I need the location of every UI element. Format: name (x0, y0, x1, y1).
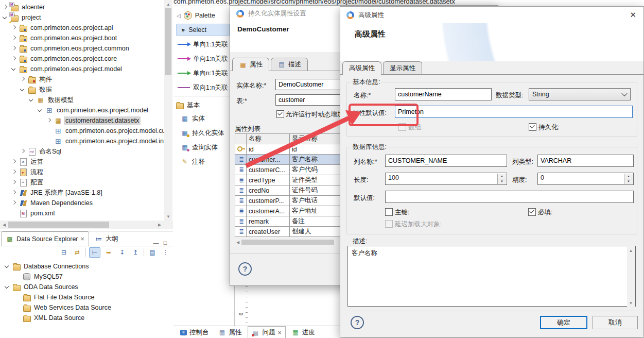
tab-entity-properties[interactable]: ▦ 属性 (232, 58, 269, 71)
expander-icon[interactable] (2, 14, 9, 21)
name-input[interactable] (395, 88, 492, 100)
expander-icon[interactable] (4, 263, 11, 270)
cancel-button[interactable]: 取消 (593, 316, 638, 329)
tree-item[interactable]: afcenter (2, 2, 46, 12)
tree-item[interactable]: 构件 (20, 74, 54, 84)
property-name-cell[interactable]: credType (247, 175, 290, 185)
maximize-icon[interactable]: □ (161, 240, 170, 246)
property-name-cell[interactable]: credNo (247, 185, 290, 196)
property-name-cell[interactable]: customerP... (247, 196, 290, 206)
tree-item[interactable]: JRE 系统库 [JavaSE-1.8] (11, 188, 104, 198)
expander-icon[interactable] (11, 168, 18, 176)
persistent-checkbox[interactable] (529, 123, 536, 131)
tab-advanced-properties[interactable]: 高级属性 (342, 61, 381, 75)
table-row[interactable]: ≣credNo证件号码 (235, 185, 353, 196)
tab-data-source-explorer[interactable]: ▩ Data Source Explorer × (1, 231, 89, 246)
datatype-combo[interactable]: String (529, 88, 631, 100)
description-scrollbar[interactable]: ▲ ▼ (627, 247, 635, 307)
entity-table-input[interactable] (275, 94, 350, 106)
tree-item[interactable]: project (2, 12, 43, 23)
help-icon[interactable]: ? (351, 316, 364, 329)
column-name-input[interactable] (385, 155, 507, 167)
tree-item[interactable]: ≡配置 (11, 177, 45, 188)
refresh-icon[interactable]: ⇄ (72, 249, 82, 256)
close-icon[interactable]: × (81, 235, 84, 243)
expander-icon[interactable] (11, 35, 18, 42)
close-icon[interactable]: ✕ (630, 10, 636, 20)
tree-item[interactable]: MySQL57 (14, 272, 64, 282)
column-type-input[interactable] (537, 155, 634, 167)
tree-item[interactable]: x运算 (11, 157, 45, 167)
tab-entity-description[interactable]: ▤ 描述 (271, 58, 308, 71)
palette-tool[interactable]: ▦持久化实体 (181, 127, 224, 139)
expander-icon[interactable] (11, 24, 18, 31)
view-tab-问题[interactable]: ▦问题× (248, 326, 286, 338)
expander-icon[interactable] (20, 76, 26, 83)
tab-outline[interactable]: ≔ 大纲 (90, 231, 123, 246)
property-table-hscrollbar[interactable]: ◀ (235, 239, 353, 246)
expander-icon[interactable] (11, 199, 18, 207)
palette-tool[interactable]: ✎注释 (181, 156, 205, 168)
tree-item[interactable]: Database Connections (4, 261, 90, 272)
table-row[interactable]: ≣remark备注 (235, 216, 353, 227)
entity-name-input[interactable] (275, 79, 350, 90)
tree-item[interactable]: ▸流程 (11, 167, 45, 177)
palette-tool[interactable]: ▦实体 (181, 112, 205, 125)
stepper-arrows-icon[interactable]: ▲▼ (624, 174, 633, 184)
expander-icon[interactable] (4, 283, 11, 291)
expander-icon[interactable] (28, 96, 35, 104)
project-explorer-hscrollbar[interactable]: ◀ ▶ (0, 221, 173, 229)
property-name-cell[interactable]: customerC... (247, 165, 290, 175)
tree-item[interactable]: com.primeton.eos.project.api (11, 23, 115, 33)
property-name-cell[interactable]: customer... (247, 155, 290, 165)
column-header[interactable]: 名称 (247, 134, 290, 144)
expander-icon[interactable] (20, 86, 26, 93)
description-textarea[interactable]: 客户名称 ▲ ▼ (347, 246, 636, 307)
primary-key-checkbox[interactable] (385, 208, 393, 216)
table-row[interactable]: ≣customerA...客户地址 (235, 206, 353, 216)
project-explorer-vscrollbar[interactable]: ▲ ▼ (164, 0, 172, 221)
tree-item[interactable]: XML Data Source (14, 313, 86, 323)
db-default-input[interactable] (385, 191, 634, 203)
palette-tool[interactable]: ▦查询实体 (181, 141, 218, 154)
palette-tool[interactable]: 单向n:1关联 (178, 67, 228, 79)
close-icon[interactable]: × (278, 329, 282, 336)
expander-icon[interactable] (46, 117, 53, 124)
property-default-input[interactable] (395, 106, 633, 118)
expander-icon[interactable] (37, 107, 44, 114)
save-icon[interactable]: ▤ (147, 249, 158, 256)
palette-header[interactable]: ◁ Palette (177, 9, 215, 22)
table-row[interactable]: ≣customerP...客户电话 (235, 196, 353, 206)
ok-button[interactable]: 确定 (540, 316, 587, 329)
tree-item[interactable]: ▦数据模型 (28, 95, 75, 105)
tree-item[interactable]: ⊞com.primeton.eos.project.model.cust (46, 126, 172, 136)
tree-item[interactable]: ⊞com.primeton.eos.project.model.inde (46, 136, 172, 146)
tree-item[interactable]: sql命名Sql (20, 146, 63, 157)
help-icon[interactable]: ? (238, 262, 252, 276)
expander-icon[interactable] (11, 179, 18, 186)
property-name-cell[interactable]: id (247, 144, 290, 155)
expander-icon[interactable] (11, 189, 18, 196)
tab-display-properties[interactable]: 显示属性 (383, 61, 422, 74)
tree-item[interactable]: 数据 (20, 84, 54, 95)
export-icon[interactable]: ↥ (130, 249, 141, 256)
collapse-palette-icon[interactable]: ◁ (177, 13, 181, 19)
property-name-cell[interactable]: createUser (247, 227, 290, 237)
precision-stepper[interactable]: 0 ▲▼ (537, 173, 634, 185)
tree-item[interactable]: ODA Data Sources (4, 282, 80, 292)
collapse-all-icon[interactable]: ⊟ (59, 249, 69, 256)
tree-item[interactable]: com.primeton.eos.project.model (11, 64, 124, 74)
allow-dynamic-checkbox[interactable] (276, 110, 284, 118)
hierarchy-icon[interactable]: ⊢ (89, 247, 100, 258)
overflow-icon[interactable]: ⋮ (161, 249, 171, 256)
stepper-arrows-icon[interactable]: ▲▼ (497, 174, 506, 184)
view-tab-属性[interactable]: ▦属性 (215, 326, 246, 338)
palette-group-basic[interactable]: 基本 (176, 99, 200, 111)
tree-item[interactable]: Web Services Data Source (14, 302, 113, 313)
tree-item[interactable]: Flat File Data Source (14, 292, 96, 302)
palette-tool[interactable]: 单向1:1关联 (178, 38, 228, 50)
palette-tool[interactable]: 单向1:n关联 (178, 53, 228, 65)
tree-item[interactable]: ⊞com.primeton.eos.project.model (37, 105, 150, 115)
view-tab-进度[interactable]: ▦进度 (288, 326, 319, 338)
expander-icon[interactable] (11, 65, 18, 73)
